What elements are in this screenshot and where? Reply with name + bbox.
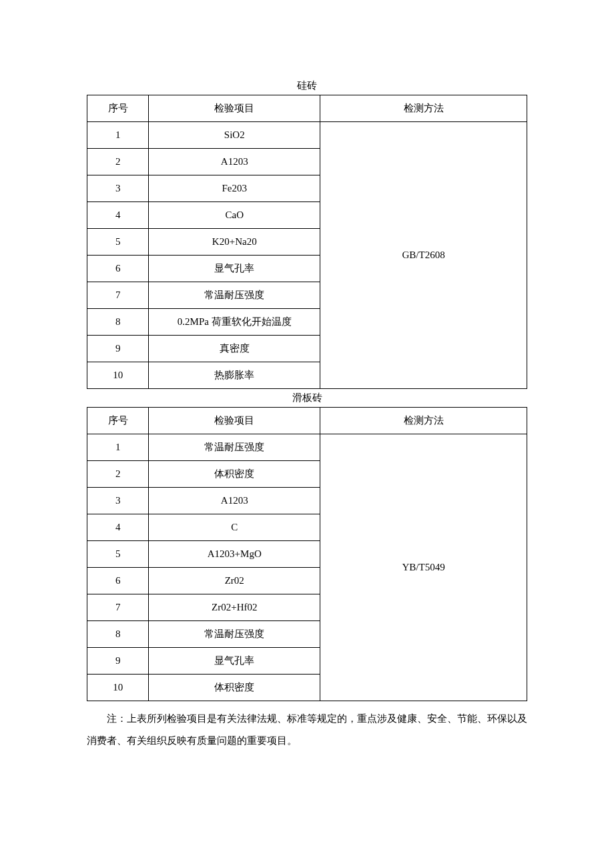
table-row: 序号 检验项目 检测方法 [87, 408, 527, 434]
footnote: 注：上表所列检验项目是有关法律法规、标准等规定的，重点涉及健康、安全、节能、环保… [87, 708, 527, 752]
cell-item: A1203 [149, 149, 320, 175]
cell-no: 8 [87, 309, 149, 336]
col-header-no: 序号 [87, 408, 149, 434]
col-header-item: 检验项目 [149, 408, 320, 434]
cell-no: 2 [87, 149, 149, 175]
cell-no: 3 [87, 488, 149, 514]
col-header-method: 检测方法 [320, 408, 527, 434]
cell-item: SiO2 [149, 122, 320, 149]
cell-no: 5 [87, 229, 149, 256]
cell-item: C [149, 514, 320, 541]
cell-item: CaO [149, 202, 320, 229]
col-header-no: 序号 [87, 95, 149, 122]
cell-no: 9 [87, 336, 149, 362]
cell-item: 常温耐压强度 [149, 434, 320, 461]
cell-no: 7 [87, 282, 149, 309]
cell-item: 体积密度 [149, 675, 320, 701]
cell-no: 6 [87, 256, 149, 282]
cell-no: 10 [87, 362, 149, 389]
col-header-method: 检测方法 [320, 95, 527, 122]
cell-item: 显气孔率 [149, 648, 320, 675]
cell-method: GB/T2608 [320, 122, 527, 389]
cell-item: 0.2MPa 荷重软化开始温度 [149, 309, 320, 336]
cell-item: 常温耐压强度 [149, 282, 320, 309]
col-header-item: 检验项目 [149, 95, 320, 122]
cell-no: 8 [87, 621, 149, 648]
cell-no: 1 [87, 434, 149, 461]
cell-no: 2 [87, 461, 149, 488]
cell-item: A1203 [149, 488, 320, 514]
cell-no: 5 [87, 541, 149, 568]
cell-no: 3 [87, 175, 149, 202]
cell-item: Fe203 [149, 175, 320, 202]
table-2-caption: 滑板砖 [87, 392, 527, 404]
cell-item: 常温耐压强度 [149, 621, 320, 648]
table-row: 1 SiO2 GB/T2608 [87, 122, 527, 149]
cell-item: 真密度 [149, 336, 320, 362]
cell-no: 9 [87, 648, 149, 675]
cell-item: 体积密度 [149, 461, 320, 488]
cell-no: 7 [87, 594, 149, 621]
cell-method: YB/T5049 [320, 434, 527, 701]
cell-no: 1 [87, 122, 149, 149]
cell-no: 6 [87, 568, 149, 594]
table-2: 序号 检验项目 检测方法 1 常温耐压强度 YB/T5049 2 体积密度 3 … [87, 407, 527, 701]
cell-item: 显气孔率 [149, 256, 320, 282]
cell-item: Zr02 [149, 568, 320, 594]
table-1: 序号 检验项目 检测方法 1 SiO2 GB/T2608 2 A1203 3 F… [87, 95, 527, 389]
cell-no: 4 [87, 514, 149, 541]
table-1-caption: 硅砖 [87, 79, 527, 92]
table-row: 1 常温耐压强度 YB/T5049 [87, 434, 527, 461]
cell-no: 10 [87, 675, 149, 701]
cell-no: 4 [87, 202, 149, 229]
cell-item: Zr02+Hf02 [149, 594, 320, 621]
cell-item: 热膨胀率 [149, 362, 320, 389]
cell-item: K20+Na20 [149, 229, 320, 256]
table-row: 序号 检验项目 检测方法 [87, 95, 527, 122]
cell-item: A1203+MgO [149, 541, 320, 568]
